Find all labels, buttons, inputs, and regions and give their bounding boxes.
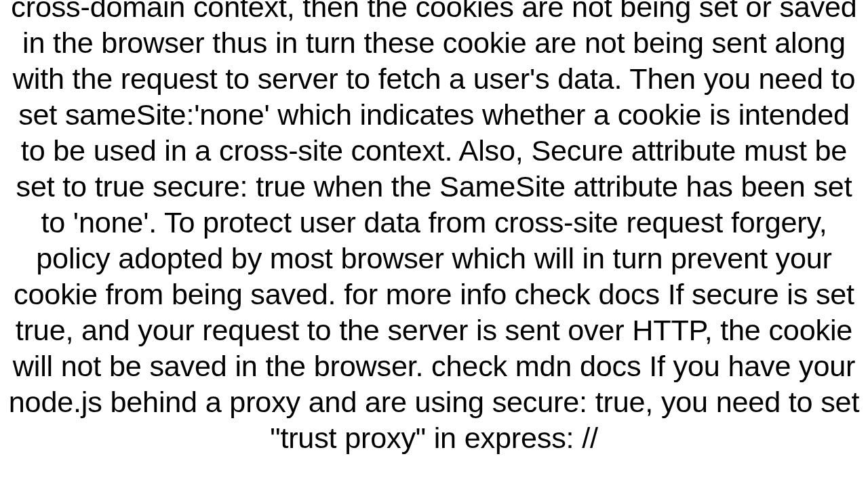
document-page: cross-domain context, then the cookies a…	[0, 0, 868, 488]
body-paragraph: cross-domain context, then the cookies a…	[0, 0, 868, 456]
